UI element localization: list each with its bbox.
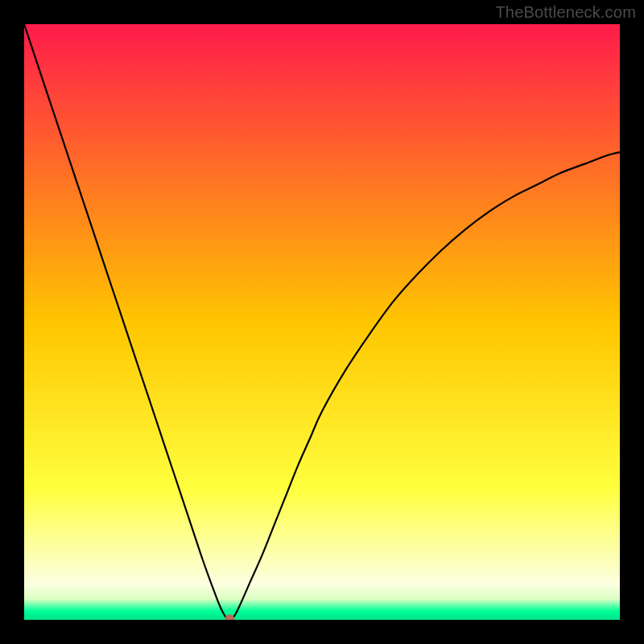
watermark-text: TheBottleneck.com: [495, 3, 636, 22]
bottleneck-curve: [24, 24, 620, 619]
chart-frame: TheBottleneck.com: [0, 0, 644, 644]
curve-layer: [24, 24, 620, 620]
plot-area: [24, 24, 620, 620]
minimum-marker: [225, 614, 234, 620]
